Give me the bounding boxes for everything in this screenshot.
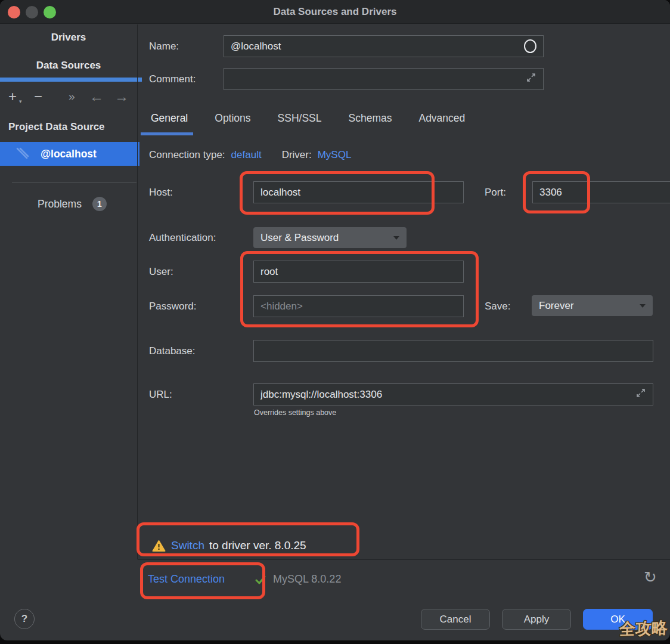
expand-comment-icon[interactable] — [526, 73, 536, 82]
add-icon[interactable]: + — [8, 86, 17, 108]
save-select[interactable]: Forever — [532, 295, 653, 316]
driver-link[interactable]: MySQL — [318, 149, 352, 161]
forward-arrow-icon[interactable]: → — [114, 86, 129, 108]
authentication-value: User & Password — [260, 232, 339, 244]
url-hint: Overrides settings above — [254, 408, 336, 417]
sidebar-item-data-sources[interactable]: Data Sources — [0, 60, 137, 72]
help-button[interactable]: ? — [14, 609, 35, 629]
user-label: User: — [149, 266, 173, 278]
more-actions-icon[interactable]: » — [69, 86, 75, 108]
host-label: Host: — [149, 187, 173, 199]
tab-options[interactable]: Options — [215, 112, 250, 125]
database-input[interactable] — [253, 340, 653, 362]
driver-warning-text: to driver ver. 8.0.25 — [209, 539, 306, 552]
footer: ? Cancel Apply OK — [0, 602, 670, 640]
sidebar: Drivers Data Sources + ▾ − » ← → Project… — [0, 24, 137, 640]
main-panel: Name: Comment: General Options SSH/SSL S… — [138, 24, 670, 559]
undo-icon[interactable]: ↺ — [644, 568, 657, 587]
datasource-icon — [15, 147, 30, 161]
name-refresh-circle-icon[interactable] — [524, 39, 536, 53]
user-input[interactable] — [253, 261, 464, 283]
server-version-text: MySQL 8.0.22 — [273, 573, 341, 586]
tab-schemas[interactable]: Schemas — [349, 112, 392, 125]
chevron-down-icon — [393, 236, 399, 240]
url-input[interactable] — [253, 383, 653, 405]
url-label: URL: — [149, 389, 172, 401]
data-sources-dialog: Data Sources and Drivers Drivers Data So… — [0, 0, 670, 640]
port-input[interactable] — [532, 181, 670, 203]
connection-type-label: Connection type: — [149, 149, 225, 161]
connection-type-link[interactable]: default — [231, 149, 262, 161]
tab-general[interactable]: General — [151, 112, 188, 125]
tab-advanced[interactable]: Advanced — [418, 112, 465, 125]
sidebar-divider — [12, 182, 137, 182]
window-title: Data Sources and Drivers — [0, 0, 670, 24]
test-connection-link[interactable]: Test Connection — [148, 573, 225, 586]
titlebar: Data Sources and Drivers — [0, 0, 670, 24]
password-input[interactable] — [253, 295, 464, 317]
driver-label: Driver: — [282, 149, 312, 161]
authentication-label: Authentication: — [149, 232, 216, 244]
connection-type-row: Connection type: default Driver: MySQL — [149, 149, 351, 161]
active-tab-indicator — [141, 132, 193, 135]
save-label: Save: — [485, 301, 510, 312]
tab-ssh-ssl[interactable]: SSH/SSL — [278, 112, 322, 125]
comment-label: Comment: — [149, 73, 196, 85]
back-arrow-icon[interactable]: ← — [89, 86, 104, 108]
add-dropdown-caret-icon: ▾ — [19, 98, 22, 104]
problems-row[interactable]: Problems 1 — [0, 194, 137, 214]
port-label: Port: — [485, 187, 506, 199]
problems-count-badge: 1 — [92, 197, 107, 211]
datasource-item-localhost[interactable]: @localhost — [0, 142, 139, 166]
expand-url-icon[interactable] — [636, 388, 646, 398]
project-data-source-header: Project Data Source — [8, 121, 105, 133]
datasource-item-label: @localhost — [41, 148, 97, 160]
authentication-select[interactable]: User & Password — [253, 227, 407, 248]
sidebar-item-drivers[interactable]: Drivers — [0, 32, 137, 44]
password-label: Password: — [149, 301, 196, 312]
cancel-button[interactable]: Cancel — [421, 609, 490, 630]
host-input[interactable] — [253, 181, 464, 203]
save-value: Forever — [539, 300, 574, 312]
warning-icon — [152, 540, 166, 552]
ok-button[interactable]: OK — [583, 609, 653, 630]
apply-button[interactable]: Apply — [502, 609, 571, 630]
database-label: Database: — [149, 345, 196, 357]
name-input[interactable] — [224, 35, 544, 57]
data-sources-active-indicator — [0, 78, 142, 82]
driver-warning-row: Switch to driver ver. 8.0.25 — [152, 539, 306, 552]
name-label: Name: — [149, 41, 179, 52]
switch-driver-link[interactable]: Switch — [171, 539, 204, 552]
statusbar: Test Connection MySQL 8.0.22 ↺ — [138, 559, 670, 602]
chevron-down-icon — [640, 304, 646, 308]
remove-icon[interactable]: − — [34, 86, 42, 108]
tab-bar: General Options SSH/SSL Schemas Advanced — [151, 112, 465, 125]
problems-label: Problems — [38, 198, 82, 210]
sidebar-toolbar: + ▾ − » ← → — [0, 86, 137, 108]
success-check-icon — [255, 575, 266, 586]
comment-input[interactable] — [224, 68, 544, 90]
